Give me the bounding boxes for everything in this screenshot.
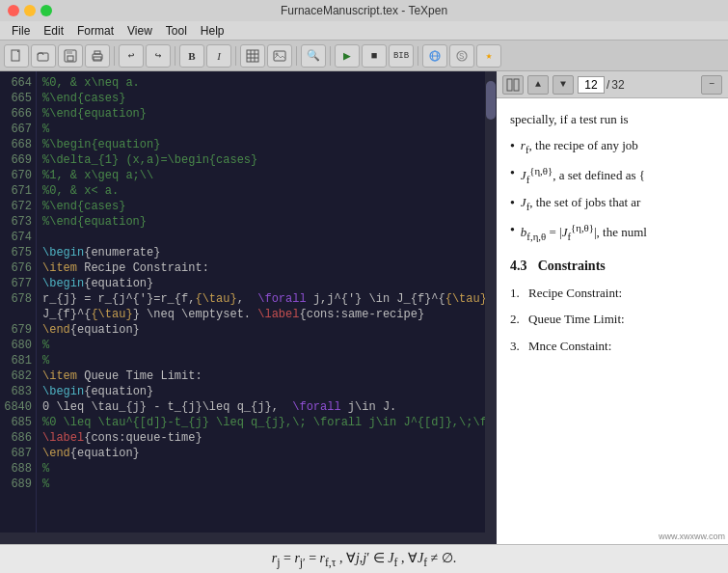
table-button[interactable]: [240, 44, 265, 68]
enum-num-3: 3.: [510, 339, 520, 353]
web-button[interactable]: [422, 44, 447, 68]
preview-intro: specially, if a test run is: [510, 110, 715, 130]
window-controls: [8, 5, 52, 16]
window-title: FurnaceManuscript.tex - TeXpen: [281, 4, 447, 17]
line-num: 666: [2, 106, 32, 122]
line-numbers: 664 665 666 667 668 669 670 671 672 673 …: [0, 71, 37, 532]
enum-num-1: 1.: [510, 286, 520, 300]
star-button[interactable]: ★: [476, 44, 501, 68]
line-num: 675: [2, 245, 32, 260]
bullet-item-3: ● Jf, the set of jobs that ar: [510, 193, 715, 214]
line-num: 683: [2, 384, 32, 399]
line-num: 685: [2, 415, 32, 430]
svg-rect-20: [507, 79, 512, 91]
sync-button[interactable]: S: [449, 44, 474, 68]
print-button[interactable]: [85, 44, 110, 68]
bullet-item-1: ● rf, the recipe of any job: [510, 136, 715, 157]
line-num: 686: [2, 430, 32, 446]
menu-file[interactable]: File: [6, 24, 36, 38]
menu-tool[interactable]: Tool: [160, 24, 193, 38]
line-num: 677: [2, 276, 32, 291]
enum-item-1: 1. Recipe Constraint:: [510, 284, 715, 303]
editor-scrollbar[interactable]: [485, 71, 497, 532]
zoom-out-preview-button[interactable]: −: [701, 75, 722, 95]
line-num: 676: [2, 260, 32, 276]
svg-rect-3: [67, 50, 72, 54]
preview-panel: ▲ ▼ / 32 − specially, if a test run is ●…: [497, 71, 728, 544]
svg-rect-13: [274, 51, 285, 61]
menubar: File Edit Format View Tool Help: [0, 21, 728, 41]
line-num: 687: [2, 446, 32, 461]
preview-intro-text: specially, if a test run is: [510, 112, 629, 126]
enum-item-2: 2. Queue Time Limit:: [510, 310, 715, 329]
page-current-input[interactable]: [578, 76, 605, 94]
section-title: Constraints: [538, 259, 606, 273]
next-page-button[interactable]: ▼: [553, 75, 574, 95]
bullet-dot-2: ●: [510, 167, 515, 178]
bullet-text-1: rf, the recipe of any job: [521, 136, 638, 157]
svg-rect-8: [247, 50, 258, 62]
bullet-item-2: ● Jf{η,θ}, a set defined as {: [510, 163, 715, 187]
menu-format[interactable]: Format: [71, 24, 120, 38]
toolbar: ↩ ↪ B I 🔍 ▶ ■ BIB S ★: [0, 41, 728, 71]
page-separator: /: [607, 78, 609, 92]
open-button[interactable]: [31, 44, 56, 68]
svg-rect-6: [94, 51, 100, 54]
line-num: 689: [2, 477, 32, 492]
prev-page-button[interactable]: ▲: [527, 75, 549, 95]
enum-item-3: 3. Mnce Constaint:: [510, 337, 715, 356]
separator-5: [330, 46, 331, 66]
bibtex-button[interactable]: BIB: [389, 44, 414, 68]
section-number: 4.3: [510, 259, 527, 273]
italic-button[interactable]: I: [206, 44, 231, 68]
preview-content: specially, if a test run is ● rf, the re…: [497, 98, 728, 544]
undo-button[interactable]: ↩: [119, 44, 144, 68]
main-area: 664 665 666 667 668 669 670 671 672 673 …: [0, 71, 728, 544]
redo-button[interactable]: ↪: [146, 44, 171, 68]
titlebar: FurnaceManuscript.tex - TeXpen: [0, 0, 728, 21]
line-num: 670: [2, 168, 32, 183]
bullet-text-2: Jf{η,θ}, a set defined as {: [521, 163, 645, 187]
line-num: 669: [2, 152, 32, 168]
section-heading: 4.3 Constraints: [510, 256, 715, 276]
bullet-dot-4: ●: [510, 224, 515, 235]
line-num: 665: [2, 91, 32, 106]
menu-edit[interactable]: Edit: [38, 24, 69, 38]
line-num: 682: [2, 368, 32, 384]
line-num: 680: [2, 338, 32, 353]
svg-rect-4: [67, 56, 73, 61]
zoom-out-button[interactable]: 🔍: [301, 44, 326, 68]
menu-view[interactable]: View: [121, 24, 158, 38]
minimize-button[interactable]: [24, 5, 36, 16]
line-num: 678: [2, 291, 32, 307]
stop-button[interactable]: ■: [362, 44, 387, 68]
bullet-dot-3: ●: [510, 197, 515, 208]
line-num: 688: [2, 461, 32, 477]
separator-4: [296, 46, 297, 66]
save-button[interactable]: [58, 44, 83, 68]
line-num: 6840: [2, 399, 32, 415]
enum-label-1: Recipe Constraint:: [528, 286, 622, 300]
editor-panel: 664 665 666 667 668 669 670 671 672 673 …: [0, 71, 497, 544]
maximize-button[interactable]: [40, 5, 52, 16]
editor-horizontal-scrollbar[interactable]: [0, 532, 497, 544]
enum-num-2: 2.: [510, 312, 520, 326]
editor-content[interactable]: 664 665 666 667 668 669 670 671 672 673 …: [0, 71, 497, 532]
bullet-text-4: bf,η,θ = |Jf{η,θ}|, the numl: [521, 220, 647, 244]
separator-6: [418, 46, 418, 66]
bold-button[interactable]: B: [179, 44, 204, 68]
line-num: 664: [2, 75, 32, 91]
formula-text: rj = rj′ = rf,τ , ∀j,j′ ∈ Jf , ∀Jf ≠ ∅.: [272, 550, 456, 569]
preview-layout-button[interactable]: [502, 75, 524, 95]
compile-button[interactable]: ▶: [335, 44, 360, 68]
line-num: 681: [2, 353, 32, 368]
line-num: 672: [2, 199, 32, 214]
image-button[interactable]: [267, 44, 292, 68]
code-editor[interactable]: %0, & x\neq a. %\end{cases} %\end{equati…: [37, 71, 485, 532]
menu-help[interactable]: Help: [195, 24, 230, 38]
scrollbar-thumb[interactable]: [486, 81, 496, 120]
line-num: 674: [2, 230, 32, 245]
page-indicator: / 32: [578, 76, 625, 94]
new-doc-button[interactable]: [4, 44, 29, 68]
close-button[interactable]: [8, 5, 19, 16]
